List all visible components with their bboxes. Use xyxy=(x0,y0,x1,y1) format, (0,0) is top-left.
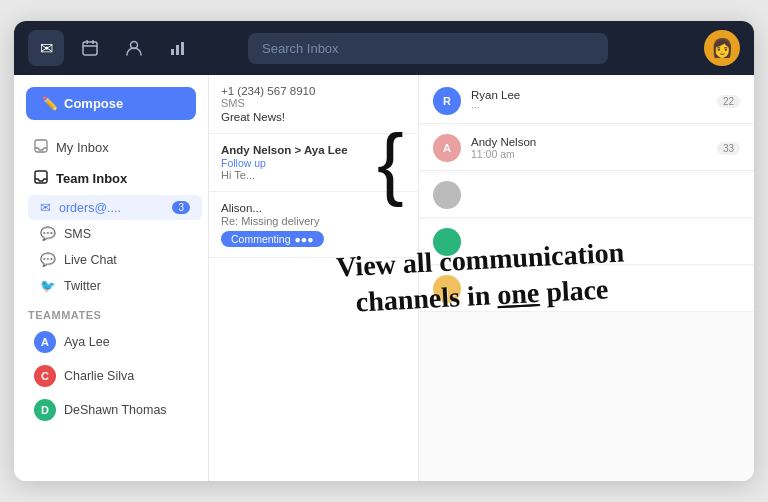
right-item-2[interactable] xyxy=(419,173,754,218)
right-preview-1: 11:00 am xyxy=(471,148,707,160)
top-nav: ✉ 👩 xyxy=(14,21,754,75)
contacts-nav-icon[interactable] xyxy=(116,30,152,66)
conv-type: SMS xyxy=(221,97,406,109)
teammate-deshawn-thomas[interactable]: D DeShawn Thomas xyxy=(20,394,202,426)
right-avatar-1: A xyxy=(433,134,461,162)
sidebar-sub-item-live-chat[interactable]: 💬 Live Chat xyxy=(28,247,202,272)
teammate-charlie-silva[interactable]: C Charlie Silva xyxy=(20,360,202,392)
right-text-0: Ryan Lee ··· xyxy=(471,89,707,113)
conv-item2-name: Alison... xyxy=(221,202,406,214)
app-container: ✉ 👩 xyxy=(14,21,754,481)
right-count-0: 22 xyxy=(717,95,740,108)
live-chat-label: Live Chat xyxy=(64,253,117,267)
sidebar-item-my-inbox[interactable]: My Inbox xyxy=(20,132,202,163)
compose-button[interactable]: ✏️ Compose xyxy=(26,87,196,120)
commenting-dots: ●●● xyxy=(295,233,314,245)
right-item-0[interactable]: R Ryan Lee ··· 22 xyxy=(419,79,754,124)
aya-lee-name: Aya Lee xyxy=(64,335,110,349)
right-item-4[interactable] xyxy=(419,267,754,312)
content-area: +1 (234) 567 8910 SMS Great News! Andy N… xyxy=(209,75,754,481)
conv-body: Hi Te... xyxy=(221,169,406,181)
svg-rect-7 xyxy=(181,42,184,55)
right-name-1: Andy Nelson xyxy=(471,136,707,148)
orders-badge: 3 xyxy=(172,201,190,214)
twitter-icon: 🐦 xyxy=(40,278,56,293)
right-avatar-2 xyxy=(433,181,461,209)
compose-label: Compose xyxy=(64,96,123,111)
orders-icon: ✉ xyxy=(40,200,51,215)
teammates-section-title: Teammates xyxy=(14,299,208,325)
inbox-icon xyxy=(34,139,48,156)
teammate-aya-lee[interactable]: A Aya Lee xyxy=(20,326,202,358)
commenting-label: Commenting xyxy=(231,233,291,245)
search-bar[interactable] xyxy=(248,33,608,64)
right-name-0: Ryan Lee xyxy=(471,89,707,101)
conv-tag: Follow up xyxy=(221,157,406,169)
search-input[interactable] xyxy=(248,33,608,64)
team-inbox-sub-items: ✉ orders@.... 3 💬 SMS 💬 Live Chat 🐦 Twit… xyxy=(22,194,208,299)
nav-right: 👩 xyxy=(704,30,740,66)
commenting-badge: Commenting ●●● xyxy=(221,231,324,247)
right-avatar-0: R xyxy=(433,87,461,115)
conv-item-0[interactable]: +1 (234) 567 8910 SMS Great News! xyxy=(209,75,418,134)
sidebar-sub-item-orders[interactable]: ✉ orders@.... 3 xyxy=(28,195,202,220)
analytics-nav-icon[interactable] xyxy=(160,30,196,66)
svg-rect-6 xyxy=(176,45,179,55)
svg-rect-5 xyxy=(171,49,174,55)
right-avatar-3 xyxy=(433,228,461,256)
compose-icon: ✏️ xyxy=(42,96,58,111)
calendar-nav-icon[interactable] xyxy=(72,30,108,66)
main-body: ✏️ Compose My Inbox xyxy=(14,75,754,481)
conv-item-2[interactable]: Alison... Re: Missing delivery Commentin… xyxy=(209,192,418,258)
conv-phone: +1 (234) 567 8910 xyxy=(221,85,406,97)
sidebar: ✏️ Compose My Inbox xyxy=(14,75,209,481)
twitter-label: Twitter xyxy=(64,279,101,293)
charlie-silva-avatar: C xyxy=(34,365,56,387)
right-avatar-4 xyxy=(433,275,461,303)
right-preview-0: ··· xyxy=(471,101,707,113)
orders-label: orders@.... xyxy=(59,201,121,215)
sidebar-item-team-inbox[interactable]: Team Inbox xyxy=(20,163,202,194)
deshawn-thomas-avatar: D xyxy=(34,399,56,421)
team-inbox-label: Team Inbox xyxy=(56,171,127,186)
my-inbox-label: My Inbox xyxy=(56,140,109,155)
mail-nav-icon[interactable]: ✉ xyxy=(28,30,64,66)
user-avatar[interactable]: 👩 xyxy=(704,30,740,66)
deshawn-thomas-name: DeShawn Thomas xyxy=(64,403,167,417)
sms-icon: 💬 xyxy=(40,226,56,241)
avatar-emoji: 👩 xyxy=(711,37,733,59)
conv-preview: Great News! xyxy=(221,111,406,123)
svg-rect-0 xyxy=(83,42,97,55)
live-chat-icon: 💬 xyxy=(40,252,56,267)
sms-label: SMS xyxy=(64,227,91,241)
right-text-1: Andy Nelson 11:00 am xyxy=(471,136,707,160)
conv-header: Andy Nelson > Aya Lee xyxy=(221,144,406,156)
conversation-list: +1 (234) 567 8910 SMS Great News! Andy N… xyxy=(209,75,419,481)
right-panel: R Ryan Lee ··· 22 A Andy Nelson 11:00 am… xyxy=(419,75,754,481)
sidebar-sub-item-sms[interactable]: 💬 SMS xyxy=(28,221,202,246)
aya-lee-avatar: A xyxy=(34,331,56,353)
right-item-3[interactable] xyxy=(419,220,754,265)
team-inbox-icon xyxy=(34,170,48,187)
right-count-1: 33 xyxy=(717,142,740,155)
charlie-silva-name: Charlie Silva xyxy=(64,369,134,383)
conv-item-1[interactable]: Andy Nelson > Aya Lee Follow up Hi Te... xyxy=(209,134,418,192)
conv-item2-subject: Re: Missing delivery xyxy=(221,215,406,227)
right-item-1[interactable]: A Andy Nelson 11:00 am 33 xyxy=(419,126,754,171)
sidebar-sub-item-twitter[interactable]: 🐦 Twitter xyxy=(28,273,202,298)
